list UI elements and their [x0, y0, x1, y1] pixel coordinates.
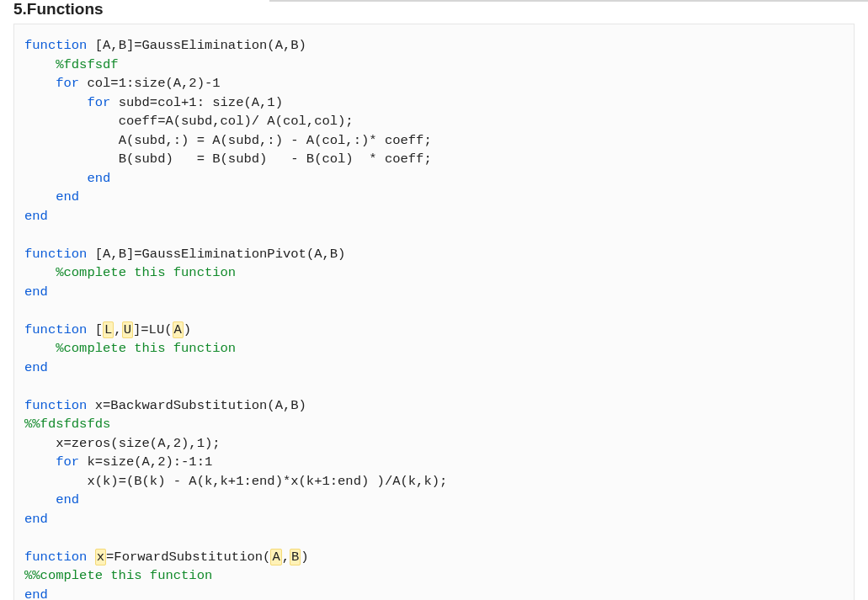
code-text: x=ForwardSubstitution(A,B) — [95, 549, 309, 565]
highlight: A — [173, 321, 184, 338]
code-comment: %%complete this function — [24, 568, 212, 583]
kw-end: end — [24, 360, 48, 375]
kw-end: end — [56, 189, 79, 204]
code-text: x=BackwardSubstitution(A,B) — [95, 398, 306, 413]
kw-end: end — [56, 492, 79, 507]
kw-end: end — [24, 512, 48, 527]
code-text: [L,U]=LU(A) — [95, 321, 191, 338]
kw-end: end — [87, 171, 110, 186]
kw-function: function — [24, 398, 87, 413]
highlight: A — [270, 549, 281, 565]
kw-for: for — [56, 454, 79, 470]
highlight: B — [290, 549, 301, 565]
kw-for: for — [87, 95, 110, 110]
highlight: U — [122, 321, 133, 338]
code-comment: %complete this function — [56, 341, 236, 356]
code-text: x(k)=(B(k) - A(k,k+1:end)*x(k+1:end) )/A… — [87, 474, 447, 489]
top-divider — [269, 0, 868, 2]
code-text: col=1:size(A,2)-1 — [87, 76, 220, 91]
kw-function: function — [24, 322, 87, 337]
kw-function: function — [24, 38, 87, 53]
highlight: x — [95, 549, 106, 565]
kw-end: end — [24, 587, 48, 601]
code-text: subd=col+1: size(A,1) — [119, 95, 283, 110]
code-text: k=size(A,2):-1:1 — [87, 454, 212, 470]
code-text: coeff=A(subd,col)/ A(col,col); — [119, 114, 354, 129]
code-text: B(subd) = B(subd) - B(col) * coeff; — [119, 151, 432, 167]
code-block: function [A,B]=GaussElimination(A,B) %fd… — [13, 24, 855, 600]
code-comment: %complete this function — [56, 265, 236, 280]
highlight: L — [103, 321, 114, 338]
kw-function: function — [24, 247, 87, 262]
code-text: [A,B]=GaussElimination(A,B) — [95, 38, 306, 53]
kw-for: for — [56, 76, 79, 91]
code-comment: %%fdsfdsfds — [24, 417, 110, 432]
kw-function: function — [24, 550, 87, 565]
code-comment: %fdsfsdf — [56, 57, 118, 72]
code-text: x=zeros(size(A,2),1); — [56, 436, 220, 451]
code-text: [A,B]=GaussEliminationPivot(A,B) — [95, 247, 346, 262]
code-text: A(subd,:) = A(subd,:) - A(col,:)* coeff; — [119, 133, 432, 148]
kw-end: end — [24, 209, 48, 224]
section-heading: 5.Functions — [0, 0, 868, 24]
kw-end: end — [24, 284, 48, 300]
